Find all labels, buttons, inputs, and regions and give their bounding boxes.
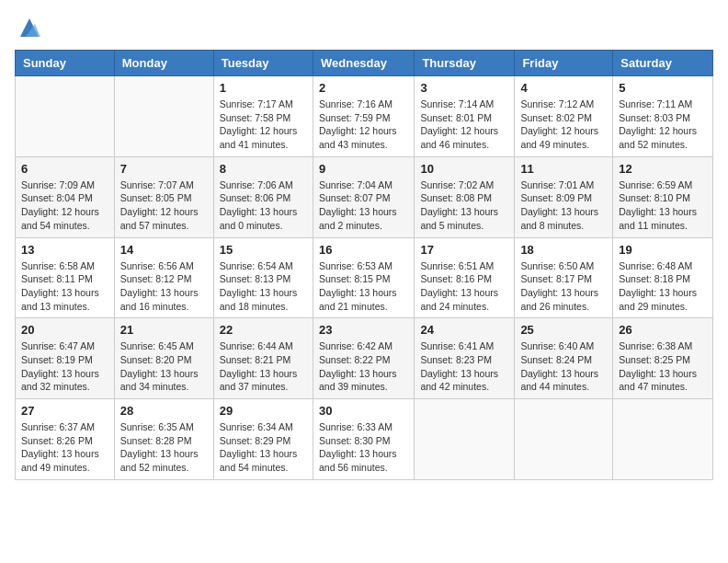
day-number: 13 [21, 243, 108, 257]
calendar-cell: 22Sunrise: 6:44 AM Sunset: 8:21 PM Dayli… [213, 318, 313, 399]
day-info: Sunrise: 6:53 AM Sunset: 8:15 PM Dayligh… [319, 259, 408, 314]
calendar-cell: 2Sunrise: 7:16 AM Sunset: 7:59 PM Daylig… [313, 76, 414, 157]
calendar-cell [114, 76, 213, 157]
day-number: 21 [120, 323, 208, 337]
day-info: Sunrise: 6:42 AM Sunset: 8:22 PM Dayligh… [319, 339, 408, 394]
day-info: Sunrise: 7:14 AM Sunset: 8:01 PM Dayligh… [420, 98, 508, 152]
calendar-cell: 29Sunrise: 6:34 AM Sunset: 8:29 PM Dayli… [213, 399, 313, 480]
day-number: 27 [21, 404, 108, 418]
day-number: 1 [220, 81, 307, 95]
page-header [15, 15, 713, 40]
calendar-week-2: 13Sunrise: 6:58 AM Sunset: 8:11 PM Dayli… [16, 237, 713, 318]
day-info: Sunrise: 7:01 AM Sunset: 8:09 PM Dayligh… [520, 178, 607, 233]
calendar-cell: 6Sunrise: 7:09 AM Sunset: 8:04 PM Daylig… [16, 156, 115, 237]
day-number: 10 [420, 162, 508, 176]
day-number: 25 [520, 323, 607, 337]
calendar-cell: 20Sunrise: 6:47 AM Sunset: 8:19 PM Dayli… [16, 318, 115, 399]
day-info: Sunrise: 6:56 AM Sunset: 8:12 PM Dayligh… [120, 259, 208, 314]
calendar-cell: 26Sunrise: 6:38 AM Sunset: 8:25 PM Dayli… [613, 318, 713, 399]
day-number: 30 [319, 404, 408, 418]
day-number: 11 [520, 162, 607, 176]
day-info: Sunrise: 6:45 AM Sunset: 8:20 PM Dayligh… [120, 339, 208, 394]
day-info: Sunrise: 7:04 AM Sunset: 8:07 PM Dayligh… [319, 178, 408, 233]
calendar-cell: 5Sunrise: 7:11 AM Sunset: 8:03 PM Daylig… [613, 76, 713, 157]
calendar-cell [415, 399, 515, 480]
day-info: Sunrise: 7:06 AM Sunset: 8:06 PM Dayligh… [220, 178, 307, 233]
calendar-cell: 16Sunrise: 6:53 AM Sunset: 8:15 PM Dayli… [313, 237, 414, 318]
day-info: Sunrise: 6:40 AM Sunset: 8:24 PM Dayligh… [520, 339, 607, 394]
day-info: Sunrise: 7:16 AM Sunset: 7:59 PM Dayligh… [319, 98, 408, 152]
day-number: 29 [220, 404, 307, 418]
calendar-cell: 10Sunrise: 7:02 AM Sunset: 8:08 PM Dayli… [415, 156, 515, 237]
day-number: 22 [220, 323, 307, 337]
day-number: 9 [319, 162, 408, 176]
day-info: Sunrise: 6:48 AM Sunset: 8:18 PM Dayligh… [619, 259, 707, 314]
calendar-header-friday: Friday [515, 51, 613, 76]
day-info: Sunrise: 6:58 AM Sunset: 8:11 PM Dayligh… [21, 259, 108, 314]
calendar-cell: 23Sunrise: 6:42 AM Sunset: 8:22 PM Dayli… [313, 318, 414, 399]
calendar-cell: 9Sunrise: 7:04 AM Sunset: 8:07 PM Daylig… [313, 156, 414, 237]
day-info: Sunrise: 6:38 AM Sunset: 8:25 PM Dayligh… [619, 339, 707, 394]
calendar-cell: 21Sunrise: 6:45 AM Sunset: 8:20 PM Dayli… [114, 318, 213, 399]
day-number: 14 [120, 243, 208, 257]
day-number: 26 [619, 323, 707, 337]
calendar-cell: 18Sunrise: 6:50 AM Sunset: 8:17 PM Dayli… [515, 237, 613, 318]
calendar-cell: 19Sunrise: 6:48 AM Sunset: 8:18 PM Dayli… [613, 237, 713, 318]
calendar-cell: 1Sunrise: 7:17 AM Sunset: 7:58 PM Daylig… [213, 76, 313, 157]
day-number: 17 [420, 243, 508, 257]
calendar-week-1: 6Sunrise: 7:09 AM Sunset: 8:04 PM Daylig… [16, 156, 713, 237]
logo [15, 15, 42, 40]
day-info: Sunrise: 6:34 AM Sunset: 8:29 PM Dayligh… [220, 420, 307, 475]
calendar-cell [613, 399, 713, 480]
day-info: Sunrise: 7:07 AM Sunset: 8:05 PM Dayligh… [120, 178, 208, 233]
calendar-cell [515, 399, 613, 480]
day-number: 2 [319, 81, 408, 95]
day-number: 18 [520, 243, 607, 257]
day-info: Sunrise: 6:47 AM Sunset: 8:19 PM Dayligh… [21, 339, 108, 394]
calendar-cell: 13Sunrise: 6:58 AM Sunset: 8:11 PM Dayli… [16, 237, 115, 318]
calendar-cell: 25Sunrise: 6:40 AM Sunset: 8:24 PM Dayli… [515, 318, 613, 399]
day-number: 12 [619, 162, 707, 176]
day-number: 5 [619, 81, 707, 95]
day-info: Sunrise: 7:11 AM Sunset: 8:03 PM Dayligh… [619, 98, 707, 152]
day-info: Sunrise: 6:37 AM Sunset: 8:26 PM Dayligh… [21, 420, 108, 475]
day-number: 20 [21, 323, 108, 337]
day-info: Sunrise: 7:09 AM Sunset: 8:04 PM Dayligh… [21, 178, 108, 233]
day-number: 6 [21, 162, 108, 176]
day-number: 16 [319, 243, 408, 257]
day-number: 15 [220, 243, 307, 257]
calendar-week-4: 27Sunrise: 6:37 AM Sunset: 8:26 PM Dayli… [16, 399, 713, 480]
calendar-header-saturday: Saturday [613, 51, 713, 76]
calendar-cell: 24Sunrise: 6:41 AM Sunset: 8:23 PM Dayli… [415, 318, 515, 399]
day-number: 24 [420, 323, 508, 337]
calendar-cell: 8Sunrise: 7:06 AM Sunset: 8:06 PM Daylig… [213, 156, 313, 237]
day-number: 19 [619, 243, 707, 257]
calendar-table: SundayMondayTuesdayWednesdayThursdayFrid… [15, 50, 713, 480]
day-info: Sunrise: 7:12 AM Sunset: 8:02 PM Dayligh… [520, 98, 607, 152]
calendar-cell: 12Sunrise: 6:59 AM Sunset: 8:10 PM Dayli… [613, 156, 713, 237]
day-number: 3 [420, 81, 508, 95]
calendar-cell: 30Sunrise: 6:33 AM Sunset: 8:30 PM Dayli… [313, 399, 414, 480]
day-info: Sunrise: 6:59 AM Sunset: 8:10 PM Dayligh… [619, 178, 707, 233]
day-info: Sunrise: 6:44 AM Sunset: 8:21 PM Dayligh… [220, 339, 307, 394]
day-info: Sunrise: 6:51 AM Sunset: 8:16 PM Dayligh… [420, 259, 508, 314]
day-info: Sunrise: 7:02 AM Sunset: 8:08 PM Dayligh… [420, 178, 508, 233]
day-number: 28 [120, 404, 208, 418]
calendar-header-row: SundayMondayTuesdayWednesdayThursdayFrid… [16, 51, 713, 76]
day-info: Sunrise: 7:17 AM Sunset: 7:58 PM Dayligh… [220, 98, 307, 152]
day-number: 4 [520, 81, 607, 95]
day-number: 8 [220, 162, 307, 176]
calendar-cell: 14Sunrise: 6:56 AM Sunset: 8:12 PM Dayli… [114, 237, 213, 318]
calendar-header-tuesday: Tuesday [213, 51, 313, 76]
calendar-cell: 11Sunrise: 7:01 AM Sunset: 8:09 PM Dayli… [515, 156, 613, 237]
calendar-cell: 17Sunrise: 6:51 AM Sunset: 8:16 PM Dayli… [415, 237, 515, 318]
calendar-header-thursday: Thursday [415, 51, 515, 76]
day-info: Sunrise: 6:41 AM Sunset: 8:23 PM Dayligh… [420, 339, 508, 394]
calendar-cell: 7Sunrise: 7:07 AM Sunset: 8:05 PM Daylig… [114, 156, 213, 237]
calendar-cell: 3Sunrise: 7:14 AM Sunset: 8:01 PM Daylig… [415, 76, 515, 157]
day-number: 23 [319, 323, 408, 337]
calendar-header-wednesday: Wednesday [313, 51, 414, 76]
calendar-header-monday: Monday [114, 51, 213, 76]
calendar-cell [16, 76, 115, 157]
calendar-cell: 15Sunrise: 6:54 AM Sunset: 8:13 PM Dayli… [213, 237, 313, 318]
